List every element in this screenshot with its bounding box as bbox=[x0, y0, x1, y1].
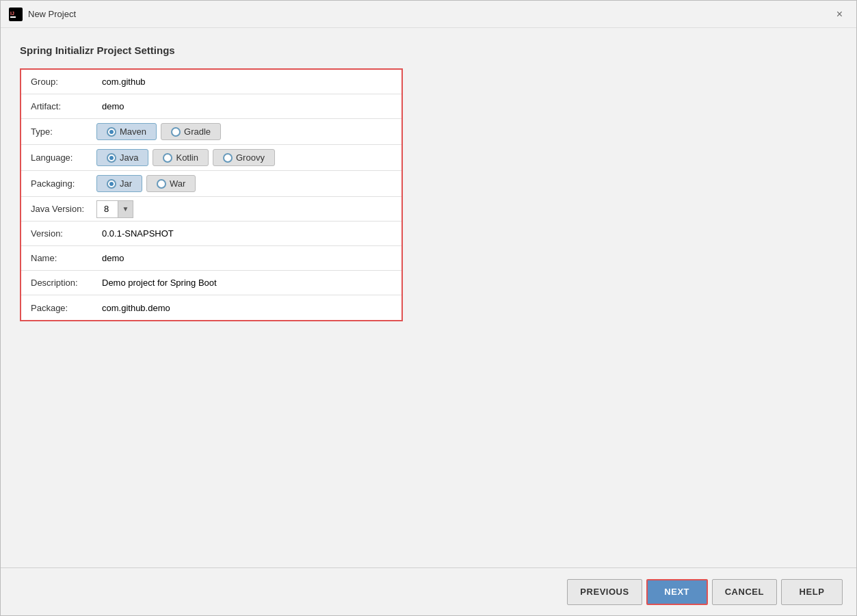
language-label: Language: bbox=[21, 147, 96, 168]
type-row: Type: Maven Gradle bbox=[21, 119, 401, 145]
type-maven-button[interactable]: Maven bbox=[96, 123, 157, 140]
window-title: New Project bbox=[28, 9, 831, 19]
title-bar: IJ New Project × bbox=[1, 1, 856, 28]
help-button[interactable]: HELP bbox=[781, 579, 843, 605]
language-groovy-radio bbox=[223, 153, 233, 163]
language-groovy-label: Groovy bbox=[236, 152, 265, 163]
packaging-war-label: War bbox=[170, 178, 185, 189]
dialog-content: Spring Initializr Project Settings Group… bbox=[1, 28, 856, 567]
package-row: Package: bbox=[21, 295, 401, 320]
package-label: Package: bbox=[21, 297, 96, 319]
description-label: Description: bbox=[21, 272, 96, 293]
type-maven-label: Maven bbox=[120, 126, 146, 137]
type-gradle-button[interactable]: Gradle bbox=[161, 123, 221, 140]
java-version-select[interactable]: 8 ▼ bbox=[96, 200, 133, 218]
language-java-label: Java bbox=[120, 152, 138, 163]
form-panel: Group: Artifact: Type: Maven G bbox=[20, 68, 403, 321]
description-input[interactable] bbox=[96, 274, 401, 291]
artifact-label: Artifact: bbox=[21, 96, 96, 117]
language-button-group: Java Kotlin Groovy bbox=[96, 145, 275, 170]
svg-text:IJ: IJ bbox=[10, 11, 14, 16]
packaging-jar-button[interactable]: Jar bbox=[96, 175, 142, 192]
java-version-dropdown-arrow[interactable]: ▼ bbox=[118, 201, 133, 217]
previous-button[interactable]: PREVIOUS bbox=[567, 579, 642, 605]
close-button[interactable]: × bbox=[831, 5, 848, 23]
version-input[interactable] bbox=[96, 225, 401, 242]
type-gradle-radio bbox=[171, 127, 181, 137]
packaging-war-button[interactable]: War bbox=[146, 175, 196, 192]
version-label: Version: bbox=[21, 223, 96, 244]
type-maven-radio bbox=[107, 127, 116, 137]
group-row: Group: bbox=[21, 70, 401, 94]
packaging-jar-radio bbox=[107, 179, 116, 189]
group-label: Group: bbox=[21, 71, 96, 92]
cancel-button[interactable]: CANCEL bbox=[712, 579, 777, 605]
language-java-radio bbox=[107, 153, 116, 163]
packaging-row: Packaging: Jar War bbox=[21, 171, 401, 197]
java-version-label: Java Version: bbox=[21, 198, 96, 219]
group-input[interactable] bbox=[96, 73, 401, 90]
language-row: Language: Java Kotlin Groovy bbox=[21, 145, 401, 171]
version-row: Version: bbox=[21, 222, 401, 246]
type-gradle-label: Gradle bbox=[184, 126, 211, 137]
packaging-jar-label: Jar bbox=[120, 178, 132, 189]
name-label: Name: bbox=[21, 247, 96, 269]
bottom-bar: PREVIOUS NEXT CANCEL HELP bbox=[1, 567, 856, 615]
artifact-row: Artifact: bbox=[21, 94, 401, 119]
language-kotlin-button[interactable]: Kotlin bbox=[153, 149, 209, 166]
type-button-group: Maven Gradle bbox=[96, 119, 221, 144]
java-version-value: 8 bbox=[97, 202, 118, 216]
java-version-row: Java Version: 8 ▼ bbox=[21, 197, 401, 222]
name-input[interactable] bbox=[96, 250, 401, 267]
packaging-war-radio bbox=[157, 179, 166, 189]
next-button[interactable]: NEXT bbox=[646, 579, 708, 605]
new-project-window: IJ New Project × Spring Initializr Proje… bbox=[0, 0, 857, 616]
type-label: Type: bbox=[21, 121, 96, 142]
package-input[interactable] bbox=[96, 299, 401, 317]
artifact-input[interactable] bbox=[96, 98, 401, 115]
page-title: Spring Initializr Project Settings bbox=[20, 44, 837, 56]
name-row: Name: bbox=[21, 246, 401, 271]
language-kotlin-radio bbox=[163, 153, 172, 163]
packaging-label: Packaging: bbox=[21, 173, 96, 194]
app-icon: IJ bbox=[9, 8, 23, 21]
language-groovy-button[interactable]: Groovy bbox=[213, 149, 275, 166]
language-java-button[interactable]: Java bbox=[96, 149, 148, 166]
language-kotlin-label: Kotlin bbox=[176, 152, 198, 163]
description-row: Description: bbox=[21, 271, 401, 295]
packaging-button-group: Jar War bbox=[96, 171, 196, 196]
svg-rect-1 bbox=[10, 16, 16, 18]
